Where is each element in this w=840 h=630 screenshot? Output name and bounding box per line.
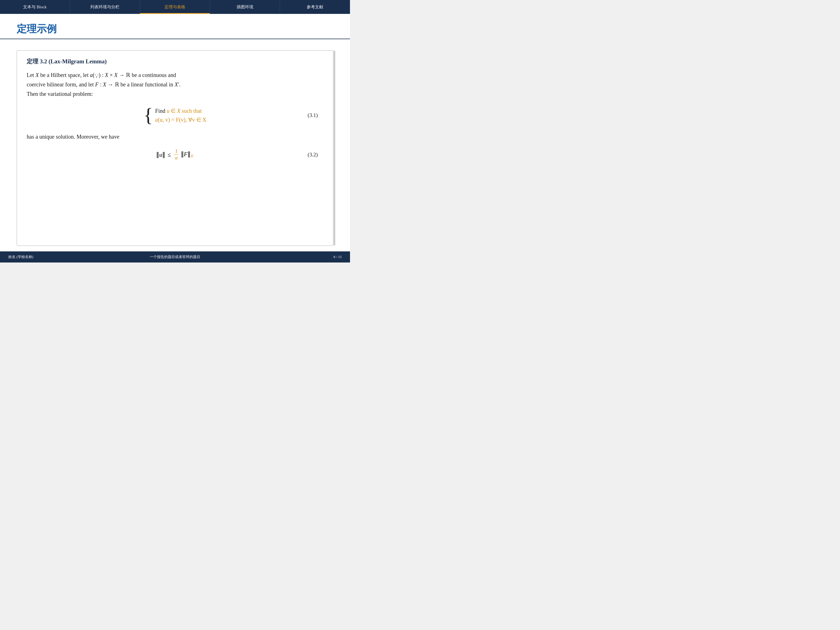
theorem-body-text: Let X be a Hilbert space, let a(·,·) : X… <box>27 70 323 99</box>
nav-item-wenben[interactable]: 文本与 Block <box>0 0 70 14</box>
nav-item-dingli[interactable]: 定理与表格 <box>140 0 210 14</box>
nav-item-chatu[interactable]: 插图环境 <box>210 0 280 14</box>
footer-right: 8 / 15 <box>258 255 342 259</box>
theorem-body-after: has a unique solution. Moreover, we have <box>27 132 323 141</box>
equation-3-1: { Find u ∈ X such that a(u, v) = F(v), ∀… <box>27 106 323 125</box>
fraction-1-over-alpha: 1 α <box>174 148 178 161</box>
nav-bar: 文本与 Block 列表环境与分栏 定理与表格 插图环境 参考文献 <box>0 0 350 14</box>
nav-item-liebiao[interactable]: 列表环境与分栏 <box>70 0 140 14</box>
cases-env: { Find u ∈ X such that a(u, v) = F(v), ∀… <box>144 106 206 125</box>
eq-3-2-content: ‖u‖ ≤ 1 α ‖F‖X′ <box>156 148 194 161</box>
cases-lines: Find u ∈ X such that a(u, v) = F(v), ∀v … <box>155 107 207 123</box>
equation-3-2: ‖u‖ ≤ 1 α ‖F‖X′ (3.2) <box>27 148 323 161</box>
theorem-paragraph-1: Let X be a Hilbert space, let a(·,·) : X… <box>27 70 323 99</box>
slide-body: 定理 3.2 (Lax-Milgram Lemma) Let X be a Hi… <box>0 39 350 251</box>
eq-number-2: (3.2) <box>308 152 318 158</box>
slide: 文本与 Block 列表环境与分栏 定理与表格 插图环境 参考文献 定理示例 定… <box>0 0 350 262</box>
slide-header: 定理示例 <box>0 14 350 39</box>
slide-content: 定理示例 定理 3.2 (Lax-Milgram Lemma) Let X be… <box>0 14 350 251</box>
footer-center: 一个报告的题目或者答辩的题目 <box>92 254 258 259</box>
cases-line-1: Find u ∈ X such that <box>155 107 207 114</box>
left-brace: { <box>144 106 153 125</box>
footer-left: 姓名 (学校名称) <box>8 254 92 259</box>
nav-item-cankao[interactable]: 参考文献 <box>280 0 350 14</box>
slide-title: 定理示例 <box>17 22 333 36</box>
theorem-box: 定理 3.2 (Lax-Milgram Lemma) Let X be a Hi… <box>17 50 333 246</box>
slide-footer: 姓名 (学校名称) 一个报告的题目或者答辩的题目 8 / 15 <box>0 251 350 262</box>
theorem-title: 定理 3.2 (Lax-Milgram Lemma) <box>27 57 323 65</box>
theorem-paragraph-2: has a unique solution. Moreover, we have <box>27 132 323 141</box>
cases-line-2: a(u, v) = F(v), ∀v ∈ X <box>155 116 207 123</box>
eq-number-1: (3.1) <box>308 112 318 118</box>
